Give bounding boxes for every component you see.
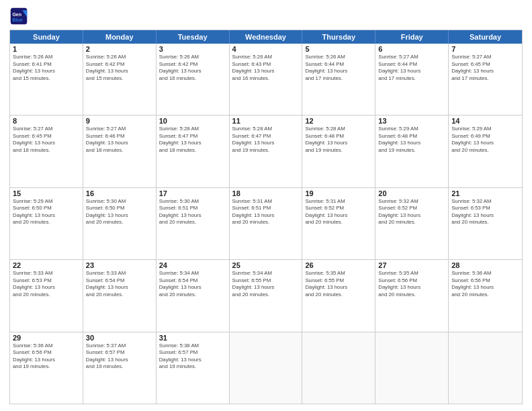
calendar-week: 8Sunrise: 5:27 AM Sunset: 6:45 PM Daylig… bbox=[10, 116, 522, 187]
day-number: 11 bbox=[232, 117, 300, 125]
day-info: Sunrise: 5:34 AM Sunset: 6:54 PM Dayligh… bbox=[159, 270, 226, 298]
logo: Gen Blue bbox=[9, 7, 31, 26]
day-number: 21 bbox=[451, 189, 519, 197]
calendar-cell: 30Sunrise: 5:37 AM Sunset: 6:57 PM Dayli… bbox=[83, 332, 157, 404]
day-info: Sunrise: 5:33 AM Sunset: 6:53 PM Dayligh… bbox=[13, 270, 80, 298]
day-info: Sunrise: 5:28 AM Sunset: 6:48 PM Dayligh… bbox=[305, 126, 372, 154]
calendar-week: 15Sunrise: 5:29 AM Sunset: 6:50 PM Dayli… bbox=[10, 188, 522, 260]
day-info: Sunrise: 5:37 AM Sunset: 6:57 PM Dayligh… bbox=[86, 342, 153, 371]
day-info: Sunrise: 5:26 AM Sunset: 6:42 PM Dayligh… bbox=[159, 54, 226, 82]
day-number: 13 bbox=[378, 117, 445, 125]
calendar-cell: 23Sunrise: 5:33 AM Sunset: 6:54 PM Dayli… bbox=[83, 260, 157, 331]
calendar-cell: 12Sunrise: 5:28 AM Sunset: 6:48 PM Dayli… bbox=[302, 116, 375, 187]
calendar-cell: 25Sunrise: 5:34 AM Sunset: 6:55 PM Dayli… bbox=[230, 260, 303, 331]
calendar-header-cell: Wednesday bbox=[230, 30, 303, 44]
day-number: 6 bbox=[378, 45, 445, 53]
calendar-cell bbox=[375, 332, 449, 404]
calendar-cell: 7Sunrise: 5:27 AM Sunset: 6:45 PM Daylig… bbox=[449, 44, 522, 115]
calendar-header-cell: Sunday bbox=[10, 30, 83, 44]
day-info: Sunrise: 5:36 AM Sunset: 6:56 PM Dayligh… bbox=[13, 342, 80, 371]
day-number: 28 bbox=[451, 261, 519, 269]
day-number: 14 bbox=[451, 117, 519, 125]
calendar-week: 22Sunrise: 5:33 AM Sunset: 6:53 PM Dayli… bbox=[10, 260, 522, 332]
calendar-cell: 18Sunrise: 5:31 AM Sunset: 6:51 PM Dayli… bbox=[230, 188, 303, 259]
svg-text:Gen: Gen bbox=[12, 12, 21, 17]
calendar-cell: 27Sunrise: 5:35 AM Sunset: 6:56 PM Dayli… bbox=[375, 260, 449, 331]
day-number: 29 bbox=[13, 334, 80, 342]
calendar-cell: 26Sunrise: 5:35 AM Sunset: 6:55 PM Dayli… bbox=[302, 260, 375, 331]
day-info: Sunrise: 5:30 AM Sunset: 6:50 PM Dayligh… bbox=[86, 198, 153, 226]
day-number: 7 bbox=[451, 45, 519, 53]
calendar-cell: 14Sunrise: 5:29 AM Sunset: 6:49 PM Dayli… bbox=[449, 116, 522, 187]
calendar-header: SundayMondayTuesdayWednesdayThursdayFrid… bbox=[10, 30, 522, 44]
day-info: Sunrise: 5:30 AM Sunset: 6:51 PM Dayligh… bbox=[159, 198, 226, 226]
day-number: 26 bbox=[305, 261, 372, 269]
day-info: Sunrise: 5:27 AM Sunset: 6:45 PM Dayligh… bbox=[451, 54, 519, 82]
day-info: Sunrise: 5:26 AM Sunset: 6:44 PM Dayligh… bbox=[305, 54, 372, 82]
day-number: 23 bbox=[86, 261, 153, 269]
calendar-cell: 10Sunrise: 5:28 AM Sunset: 6:47 PM Dayli… bbox=[157, 116, 230, 187]
day-info: Sunrise: 5:33 AM Sunset: 6:54 PM Dayligh… bbox=[86, 270, 153, 298]
calendar-cell bbox=[230, 332, 303, 404]
day-number: 22 bbox=[13, 261, 80, 269]
calendar-cell: 6Sunrise: 5:27 AM Sunset: 6:44 PM Daylig… bbox=[375, 44, 449, 115]
day-number: 2 bbox=[86, 45, 153, 53]
day-info: Sunrise: 5:31 AM Sunset: 6:52 PM Dayligh… bbox=[305, 198, 372, 226]
day-info: Sunrise: 5:31 AM Sunset: 6:51 PM Dayligh… bbox=[232, 198, 300, 226]
calendar-cell: 3Sunrise: 5:26 AM Sunset: 6:42 PM Daylig… bbox=[157, 44, 230, 115]
day-info: Sunrise: 5:28 AM Sunset: 6:47 PM Dayligh… bbox=[232, 126, 300, 154]
calendar-cell: 29Sunrise: 5:36 AM Sunset: 6:56 PM Dayli… bbox=[10, 332, 83, 404]
day-info: Sunrise: 5:29 AM Sunset: 6:49 PM Dayligh… bbox=[451, 126, 519, 154]
day-number: 3 bbox=[159, 45, 226, 53]
day-number: 17 bbox=[159, 189, 226, 197]
calendar-cell: 11Sunrise: 5:28 AM Sunset: 6:47 PM Dayli… bbox=[230, 116, 303, 187]
day-number: 24 bbox=[159, 261, 226, 269]
calendar-cell: 20Sunrise: 5:32 AM Sunset: 6:52 PM Dayli… bbox=[375, 188, 449, 259]
day-info: Sunrise: 5:27 AM Sunset: 6:45 PM Dayligh… bbox=[13, 126, 80, 154]
calendar: SundayMondayTuesdayWednesdayThursdayFrid… bbox=[9, 30, 523, 404]
calendar-cell: 16Sunrise: 5:30 AM Sunset: 6:50 PM Dayli… bbox=[83, 188, 157, 259]
calendar-cell: 4Sunrise: 5:26 AM Sunset: 6:43 PM Daylig… bbox=[230, 44, 303, 115]
day-info: Sunrise: 5:29 AM Sunset: 6:50 PM Dayligh… bbox=[13, 198, 80, 226]
calendar-header-cell: Monday bbox=[83, 30, 157, 44]
day-number: 25 bbox=[232, 261, 300, 269]
day-info: Sunrise: 5:27 AM Sunset: 6:46 PM Dayligh… bbox=[86, 126, 153, 154]
day-number: 15 bbox=[13, 189, 80, 197]
calendar-cell: 13Sunrise: 5:29 AM Sunset: 6:48 PM Dayli… bbox=[375, 116, 449, 187]
day-info: Sunrise: 5:32 AM Sunset: 6:53 PM Dayligh… bbox=[451, 198, 519, 226]
day-info: Sunrise: 5:36 AM Sunset: 6:56 PM Dayligh… bbox=[451, 270, 519, 298]
calendar-cell bbox=[302, 332, 375, 404]
day-number: 30 bbox=[86, 334, 153, 342]
calendar-cell: 24Sunrise: 5:34 AM Sunset: 6:54 PM Dayli… bbox=[157, 260, 230, 331]
day-number: 1 bbox=[13, 45, 80, 53]
day-info: Sunrise: 5:26 AM Sunset: 6:43 PM Dayligh… bbox=[232, 54, 300, 82]
calendar-header-cell: Friday bbox=[375, 30, 449, 44]
calendar-header-cell: Saturday bbox=[449, 30, 522, 44]
calendar-cell: 28Sunrise: 5:36 AM Sunset: 6:56 PM Dayli… bbox=[449, 260, 522, 331]
calendar-cell: 21Sunrise: 5:32 AM Sunset: 6:53 PM Dayli… bbox=[449, 188, 522, 259]
day-number: 27 bbox=[378, 261, 445, 269]
day-number: 18 bbox=[232, 189, 300, 197]
calendar-cell: 1Sunrise: 5:26 AM Sunset: 6:41 PM Daylig… bbox=[10, 44, 83, 115]
day-number: 4 bbox=[232, 45, 300, 53]
calendar-cell: 15Sunrise: 5:29 AM Sunset: 6:50 PM Dayli… bbox=[10, 188, 83, 259]
day-info: Sunrise: 5:28 AM Sunset: 6:47 PM Dayligh… bbox=[159, 126, 226, 154]
calendar-cell: 8Sunrise: 5:27 AM Sunset: 6:45 PM Daylig… bbox=[10, 116, 83, 187]
calendar-cell: 5Sunrise: 5:26 AM Sunset: 6:44 PM Daylig… bbox=[302, 44, 375, 115]
calendar-cell: 17Sunrise: 5:30 AM Sunset: 6:51 PM Dayli… bbox=[157, 188, 230, 259]
calendar-week: 29Sunrise: 5:36 AM Sunset: 6:56 PM Dayli… bbox=[10, 332, 522, 404]
day-info: Sunrise: 5:35 AM Sunset: 6:56 PM Dayligh… bbox=[378, 270, 445, 298]
logo-icon: Gen Blue bbox=[9, 7, 28, 26]
svg-text:Blue: Blue bbox=[12, 17, 22, 22]
day-number: 8 bbox=[13, 117, 80, 125]
day-number: 20 bbox=[378, 189, 445, 197]
calendar-cell: 2Sunrise: 5:26 AM Sunset: 6:42 PM Daylig… bbox=[83, 44, 157, 115]
day-number: 16 bbox=[86, 189, 153, 197]
calendar-week: 1Sunrise: 5:26 AM Sunset: 6:41 PM Daylig… bbox=[10, 44, 522, 116]
calendar-cell: 22Sunrise: 5:33 AM Sunset: 6:53 PM Dayli… bbox=[10, 260, 83, 331]
day-info: Sunrise: 5:26 AM Sunset: 6:41 PM Dayligh… bbox=[13, 54, 80, 82]
day-number: 9 bbox=[86, 117, 153, 125]
calendar-body: 1Sunrise: 5:26 AM Sunset: 6:41 PM Daylig… bbox=[10, 44, 522, 404]
header: Gen Blue bbox=[9, 7, 523, 26]
day-number: 12 bbox=[305, 117, 372, 125]
